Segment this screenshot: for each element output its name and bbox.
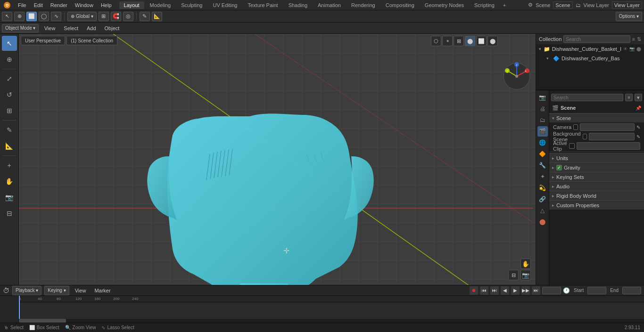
timeline-content[interactable]: 0 40 80 120 160 200 240	[0, 296, 644, 323]
next-frame-btn[interactable]: ▶▶	[521, 286, 530, 295]
tool-cursor-btn[interactable]: ⊕	[14, 12, 25, 21]
annotate-tool[interactable]: ✎	[2, 122, 17, 138]
header-view-menu[interactable]: View	[41, 24, 58, 32]
cursor-tool[interactable]: ⊕	[2, 52, 17, 67]
physics-props-icon[interactable]: 💫	[537, 183, 548, 193]
tab-shading[interactable]: Shading	[284, 1, 312, 9]
tool-select-btn[interactable]: ↖	[2, 12, 12, 21]
hand-tool[interactable]: ✋	[2, 174, 17, 189]
gizmo-material[interactable]: ⬜	[476, 36, 487, 46]
eye-icon-1[interactable]: 👁	[623, 47, 627, 51]
options-btn[interactable]: Options ▾	[616, 12, 642, 21]
tab-sculpting[interactable]: Sculpting	[176, 1, 207, 9]
outliner-row-collection[interactable]: ▾ 📁 Dishwasher_Cutlery_Basket_I 👁 📷 ⬤	[536, 44, 644, 54]
bg-scene-value-input[interactable]	[589, 133, 635, 140]
object-props-icon[interactable]: 🔶	[537, 149, 548, 159]
outliner-row-object[interactable]: ▾ 🔷 Dishwasher_Cutlery_Bas	[536, 54, 644, 63]
menu-file[interactable]: File	[14, 1, 30, 9]
active-clip-value-input[interactable]	[577, 142, 640, 150]
current-frame-input[interactable]: 1	[542, 287, 561, 294]
hand-nav-btn[interactable]: ✋	[520, 259, 531, 269]
audio-section-header[interactable]: ▸ Audio	[549, 181, 644, 191]
menu-help[interactable]: Help	[97, 1, 116, 9]
render-props-icon[interactable]: 📷	[537, 92, 548, 103]
tab-geometry-nodes[interactable]: Geometry Nodes	[420, 1, 469, 9]
jump-start-btn[interactable]: ⏮	[480, 286, 488, 295]
header-select-menu[interactable]: Select	[61, 24, 81, 32]
transform-dropdown[interactable]: ⊕ Global ▾	[67, 12, 97, 21]
pin-icon[interactable]: 📌	[636, 105, 641, 111]
outliner-sort-btn[interactable]: ⇅	[637, 36, 641, 42]
navigation-gizmo[interactable]: X Y Z	[503, 62, 531, 90]
menu-render[interactable]: Render	[47, 1, 71, 9]
header-add-menu[interactable]: Add	[84, 24, 99, 32]
gravity-checkbox[interactable]: ✓	[556, 165, 562, 170]
menu-edit[interactable]: Edit	[30, 1, 47, 9]
gizmo-rendered[interactable]: ⬤	[487, 36, 498, 46]
custom-props-section-header[interactable]: ▸ Custom Properties	[549, 200, 644, 210]
timeline-scrollbar[interactable]	[19, 319, 644, 323]
camera-icon-1[interactable]: 📷	[629, 47, 635, 51]
timeline-marker-menu[interactable]: Marker	[91, 287, 113, 294]
outliner-search-input[interactable]	[563, 35, 630, 43]
keying-sets-section-header[interactable]: ▸ Keying Sets	[549, 172, 644, 181]
material-props-icon[interactable]: ⬤	[537, 217, 548, 227]
snap-btn[interactable]: 🧲	[111, 12, 121, 21]
tab-modeling[interactable]: Modeling	[145, 1, 176, 9]
header-object-menu[interactable]: Object	[102, 24, 123, 32]
scene-selector[interactable]: Scene	[553, 1, 572, 9]
view-layer-props-icon[interactable]: 🗂	[537, 115, 548, 125]
props-filter-btn[interactable]: ≡	[625, 94, 633, 101]
tab-rendering[interactable]: Rendering	[347, 1, 380, 9]
camera-value-input[interactable]	[580, 123, 635, 131]
tab-layout[interactable]: Layout	[119, 1, 144, 9]
record-btn[interactable]: ⏺	[470, 286, 478, 295]
view-layer-selector[interactable]: View Layer	[612, 1, 642, 9]
gizmo-rotation[interactable]: ⬡	[431, 36, 441, 46]
bg-scene-edit-icon[interactable]: ✎	[636, 134, 640, 139]
props-sort-btn[interactable]: ▾	[635, 94, 642, 101]
keying-dropdown[interactable]: Keying ▾	[44, 286, 69, 295]
data-props-icon[interactable]: △	[537, 205, 548, 216]
tab-compositing[interactable]: Compositing	[381, 1, 419, 9]
viewport-collection-btn[interactable]: (1) Scene Collection	[66, 36, 117, 45]
gizmo-overlay[interactable]: ⚬	[442, 36, 453, 46]
props-search-input[interactable]	[551, 94, 623, 101]
camera-nav-btn[interactable]: 📷	[520, 270, 531, 280]
prev-keyframe-btn[interactable]: ⏭	[490, 286, 499, 295]
modifier-props-icon[interactable]: 🔧	[537, 160, 548, 170]
particle-props-icon[interactable]: ✦	[537, 171, 548, 182]
outliner-filter-btn[interactable]: ≡	[632, 36, 635, 42]
workspace-add-button[interactable]: +	[500, 1, 509, 9]
units-section-header[interactable]: ▸ Units	[549, 153, 644, 162]
tool-lasso-btn[interactable]: ∿	[51, 12, 61, 21]
world-props-icon[interactable]: 🌐	[537, 138, 548, 148]
camera-edit-icon[interactable]: ✎	[636, 125, 640, 130]
tool-box-select-btn[interactable]: ⬜	[26, 12, 37, 21]
transform-pivot-btn[interactable]: ⊞	[99, 12, 109, 21]
tab-texture-paint[interactable]: Texture Paint	[243, 1, 282, 9]
transform-tool[interactable]: ⤢	[2, 71, 17, 86]
scale-tool[interactable]: ⊞	[2, 103, 17, 118]
gizmo-solid[interactable]: ⬤	[465, 36, 475, 46]
viewport-perspective-btn[interactable]: User Perspective	[21, 36, 65, 45]
output-props-icon[interactable]: 🖨	[537, 104, 548, 114]
start-frame-input[interactable]: 1	[587, 287, 606, 294]
menu-window[interactable]: Window	[71, 1, 97, 9]
move-tool[interactable]: ↖	[2, 36, 17, 51]
proportional-edit-btn[interactable]: ◎	[123, 12, 133, 21]
timeline-scrollbar-thumb[interactable]	[19, 319, 66, 323]
tab-scripting[interactable]: Scripting	[470, 1, 499, 9]
prev-frame-btn[interactable]: ◀	[501, 286, 509, 295]
scene-section-header[interactable]: ▾ Scene	[549, 113, 644, 122]
measure-tool[interactable]: 📐	[2, 138, 17, 154]
gravity-section-header[interactable]: ▸ ✓ Gravity	[549, 162, 644, 172]
measure-btn[interactable]: 📐	[152, 12, 162, 21]
tab-animation[interactable]: Animation	[313, 1, 346, 9]
next-keyframe-btn[interactable]: ⏭	[532, 286, 540, 295]
end-frame-input[interactable]: 250	[622, 287, 641, 294]
render-icon-1[interactable]: ⬤	[636, 47, 641, 51]
play-btn[interactable]: ▶	[511, 286, 520, 295]
timeline-view-menu[interactable]: View	[72, 287, 89, 294]
tool-circle-select-btn[interactable]: ◯	[39, 12, 49, 21]
